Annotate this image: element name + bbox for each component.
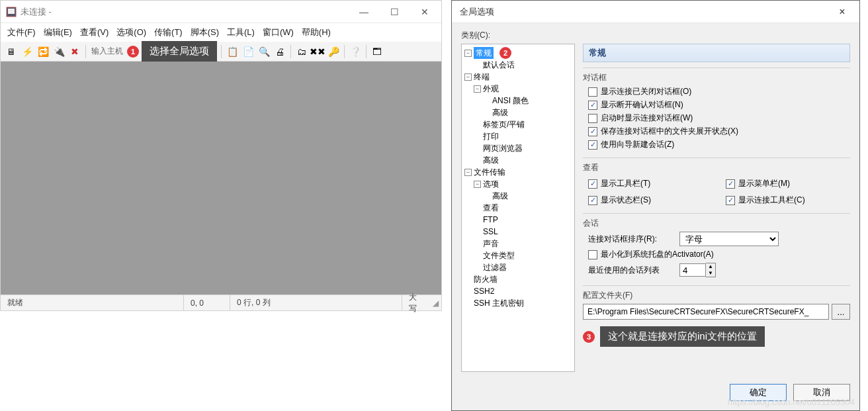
tree-node-view[interactable]: 查看 (483, 202, 499, 214)
client-area (1, 62, 441, 295)
annotation-badge-1: 1 (127, 46, 139, 58)
menu-help[interactable]: 帮助(H) (302, 26, 331, 38)
checkbox-wizard[interactable]: ✓ (588, 140, 597, 150)
fx-icon[interactable]: 🗔 (370, 45, 384, 58)
menu-file[interactable]: 文件(F) (7, 26, 36, 38)
reconnect-icon[interactable]: 🔁 (36, 45, 50, 58)
tree-node-sound[interactable]: 声音 (483, 238, 499, 250)
config-path-input[interactable] (583, 304, 829, 320)
status-pos: 0, 0 (184, 295, 230, 310)
menu-options[interactable]: 选项(O) (116, 26, 146, 38)
menu-view[interactable]: 查看(V) (80, 26, 108, 38)
cancel-icon[interactable]: ✖ (68, 45, 81, 58)
svg-rect-1 (8, 9, 15, 14)
tree-node-appearance[interactable]: 外观 (483, 83, 499, 95)
checkbox-startup[interactable] (588, 114, 597, 123)
checkbox-closed[interactable] (588, 87, 597, 97)
checkbox-disconnect[interactable]: ✓ (588, 101, 597, 110)
options-icon[interactable]: 🗂 (295, 45, 308, 58)
paste-icon[interactable]: 📄 (241, 45, 255, 58)
panel-title: 常规 (583, 44, 850, 62)
checkbox-statusbar[interactable]: ✓ (588, 196, 597, 205)
group-label-config: 配置文件夹(F) (583, 290, 850, 301)
global-options-dialog: 全局选项 × 类别(C): − 常规 2 默认会话 −终端 (451, 0, 860, 411)
tree-node-advanced2[interactable]: 高级 (483, 154, 499, 166)
tree-node-firewall[interactable]: 防火墙 (474, 273, 498, 285)
key-icon[interactable]: 🔑 (327, 45, 340, 58)
find-icon[interactable]: 🔍 (257, 45, 271, 58)
tree-node-terminal[interactable]: 终端 (474, 71, 490, 83)
spin-down-icon[interactable]: ▼ (706, 270, 715, 277)
tree-node-ssh2[interactable]: SSH2 (474, 285, 494, 297)
label-activator: 最小化到系统托盘的Activator(A) (601, 249, 714, 260)
checkbox-conntoolbar[interactable]: ✓ (726, 196, 735, 205)
tree-node-filetype[interactable]: 文件类型 (483, 250, 515, 261)
collapse-icon[interactable]: − (474, 85, 481, 93)
menu-edit[interactable]: 编辑(E) (44, 26, 72, 38)
dialog-title: 全局选项 (460, 6, 829, 18)
menu-script[interactable]: 脚本(S) (191, 26, 219, 38)
copy-icon[interactable]: 📋 (226, 45, 239, 58)
tree-node-webbrowser[interactable]: 网页浏览器 (483, 142, 523, 154)
tree-node-options-advanced[interactable]: 高级 (492, 190, 508, 202)
connect-icon[interactable]: 🖥 (5, 45, 18, 58)
dialog-close-button[interactable]: × (829, 6, 855, 18)
label-disconnect: 显示断开确认对话框(N) (601, 99, 683, 111)
tree-node-general[interactable]: 常规 (474, 47, 494, 59)
tree-node-print[interactable]: 打印 (483, 130, 499, 142)
tree-node-filetransfer[interactable]: 文件传输 (474, 166, 505, 178)
label-saveexpand: 保存连接对话框中的文件夹展开状态(X) (601, 126, 738, 137)
collapse-icon[interactable]: − (464, 50, 472, 57)
spin-up-icon[interactable]: ▲ (706, 263, 715, 270)
cancel-button[interactable]: 取消 (793, 384, 850, 401)
tree-node-options[interactable]: 选项 (483, 178, 499, 190)
annotation-tooltip-1: 选择全局选项 (142, 41, 217, 62)
toolbar-separator (221, 45, 222, 58)
print-icon[interactable]: 🖨 (273, 45, 286, 58)
tree-node-ftp[interactable]: FTP (483, 214, 498, 226)
tree-node-filter[interactable]: 过滤器 (483, 261, 507, 273)
checkbox-menubar[interactable]: ✓ (726, 179, 735, 189)
status-ready: 就绪 (1, 295, 184, 310)
label-toolbar: 显示工具栏(T) (601, 178, 650, 189)
checkbox-toolbar[interactable]: ✓ (588, 179, 597, 189)
recent-spinner[interactable]: ▲▼ (679, 263, 716, 277)
tree-node-ssl[interactable]: SSL (483, 226, 498, 238)
settings-panel: 常规 对话框 显示连接已关闭对话框(O) ✓显示断开确认对话框(N) 启动时显示… (583, 44, 850, 372)
label-closed: 显示连接已关闭对话框(O) (601, 86, 691, 97)
group-label-view: 查看 (583, 162, 850, 173)
quick-connect-icon[interactable]: ⚡ (21, 45, 34, 58)
tree-node-hostkeys[interactable]: SSH 主机密钥 (474, 297, 524, 309)
collapse-icon[interactable]: − (464, 169, 472, 176)
ok-button[interactable]: 确定 (730, 384, 787, 401)
menu-window[interactable]: 窗口(W) (263, 26, 294, 38)
collapse-icon[interactable]: − (474, 181, 481, 188)
checkbox-saveexpand[interactable]: ✓ (588, 127, 597, 136)
tree-node-advanced[interactable]: 高级 (492, 107, 508, 118)
status-caps: 大写 (402, 295, 430, 310)
maximize-button[interactable]: ☐ (379, 1, 410, 23)
disconnect-icon[interactable]: 🔌 (52, 45, 65, 58)
tree-node-ansi-color[interactable]: ANSI 颜色 (492, 95, 529, 107)
help-icon[interactable]: ❔ (349, 45, 362, 58)
checkbox-activator[interactable] (588, 250, 597, 259)
close-button[interactable]: ✕ (410, 1, 440, 23)
settings-icon[interactable]: ✖✖ (311, 45, 324, 58)
dialog-buttons: 确定 取消 (452, 377, 859, 410)
sort-dropdown[interactable]: 字母 (679, 232, 779, 246)
app-icon (6, 7, 17, 17)
resize-grip-icon[interactable]: ◢ (430, 298, 441, 308)
tree-node-default-session[interactable]: 默认会话 (483, 59, 515, 71)
menu-transfer[interactable]: 传输(T) (154, 26, 183, 38)
tree-node-tabs[interactable]: 标签页/平铺 (483, 118, 525, 130)
category-tree[interactable]: − 常规 2 默认会话 −终端 −外观 ANSI 颜色 (461, 44, 575, 372)
collapse-icon[interactable]: − (464, 73, 472, 81)
browse-button[interactable]: ... (832, 304, 850, 320)
annotation-tooltip-3: 这个就是连接对应的ini文件的位置 (600, 326, 765, 347)
menu-tools[interactable]: 工具(L) (227, 26, 255, 38)
minimize-button[interactable]: — (349, 1, 379, 23)
recent-label: 最近使用的会话列表 (588, 265, 674, 276)
group-view: 查看 ✓显示工具栏(T) ✓显示菜单栏(M) ✓显示状态栏(S) ✓显示连接工具… (583, 158, 850, 208)
recent-input[interactable] (679, 263, 706, 277)
toolbar-separator (290, 45, 291, 58)
